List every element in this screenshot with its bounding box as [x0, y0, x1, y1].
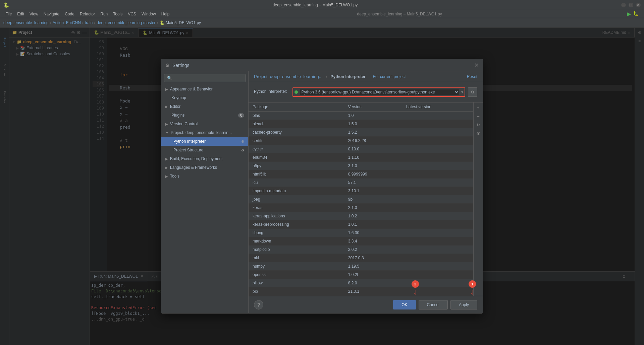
breadcrumb-root[interactable]: deep_ensemble_learning — [3, 20, 49, 25]
title-bar: 🐍 deep_ensemble_learning – Main5_DELWO1.… — [0, 0, 644, 10]
cancel-btn[interactable]: Cancel — [419, 300, 448, 309]
interpreter-gear-btn[interactable]: ⚙ — [468, 87, 477, 97]
nav-project-struct-label: Project Structure — [173, 148, 203, 152]
nav-appearance[interactable]: ▶ Appearance & Behavior — [161, 85, 248, 93]
reset-btn[interactable]: Reset — [467, 74, 477, 79]
table-row[interactable]: cycler0.10.0 — [249, 145, 473, 153]
table-row[interactable]: keras-preprocessing1.0.1 — [249, 220, 473, 229]
breadcrumb-master[interactable]: deep_ensemble_learning-master — [97, 20, 155, 25]
debug-btn[interactable]: 🐛 — [633, 11, 639, 17]
settings-search-input[interactable] — [164, 74, 246, 82]
cell-version: 1.0.1 — [344, 220, 402, 229]
ok-btn[interactable]: OK — [393, 300, 416, 309]
cell-latest — [402, 137, 473, 145]
settings-project-link[interactable]: Project: deep_ensemble_learning... — [254, 74, 323, 79]
window-title: deep_ensemble_learning – Main5_DELWO1.py — [9, 3, 621, 7]
menu-view[interactable]: View — [27, 11, 41, 17]
breadcrumb-train[interactable]: train — [85, 20, 93, 25]
cell-latest — [402, 112, 473, 120]
menu-tools[interactable]: Tools — [110, 11, 125, 17]
cell-package: matplotlib — [249, 246, 344, 254]
table-row[interactable]: importlib-metadata3.10.1 — [249, 187, 473, 195]
nav-project[interactable]: ▼ Project: deep_ensemble_learnin... — [161, 128, 248, 137]
nav-languages[interactable]: ▶ Languages & Frameworks — [161, 163, 248, 172]
cell-latest — [402, 271, 473, 279]
menu-help[interactable]: Help — [159, 11, 172, 17]
nav-vcs[interactable]: ▶ Version Control — [161, 120, 248, 128]
nav-search-wrap — [161, 71, 248, 85]
table-row[interactable]: mkl2017.0.3 — [249, 254, 473, 262]
nav-vcs-label: Version Control — [170, 122, 198, 126]
table-row[interactable]: icu57.1 — [249, 179, 473, 187]
package-table: Package Version Latest version blas1.0bl… — [249, 102, 473, 296]
cell-latest — [402, 120, 473, 128]
cell-package: jpeg — [249, 195, 344, 204]
interpreter-status-dot — [294, 90, 298, 94]
remove-package-btn[interactable]: − — [475, 113, 482, 120]
interpreter-dropdown[interactable]: Python 3.6 (tensorflow-gpu) D:\anaconda3… — [300, 89, 459, 95]
menu-code[interactable]: Code — [62, 11, 77, 17]
table-row[interactable]: markdown3.3.4 — [249, 237, 473, 246]
table-row[interactable]: bleach1.5.0 — [249, 120, 473, 128]
menu-edit[interactable]: Edit — [14, 11, 27, 17]
settings-path-sep: › — [326, 74, 327, 79]
dialog-close-btn[interactable]: ✕ — [474, 62, 479, 68]
table-row[interactable]: openssl1.0.2l — [249, 271, 473, 279]
package-table-wrap[interactable]: Package Version Latest version blas1.0bl… — [249, 102, 473, 296]
cell-package: enum34 — [249, 153, 344, 162]
cell-package: libpng — [249, 229, 344, 237]
apply-btn[interactable]: Apply — [450, 300, 477, 309]
table-row[interactable]: pip21.0.1 — [249, 287, 473, 296]
cell-version: 0.10.0 — [344, 145, 402, 153]
table-row[interactable]: libpng1.6.30 — [249, 229, 473, 237]
nav-arrow-vcs: ▶ — [165, 122, 168, 126]
minimize-btn[interactable]: — — [621, 3, 626, 7]
menu-run[interactable]: Run — [98, 11, 110, 17]
nav-tools[interactable]: ▶ Tools — [161, 172, 248, 181]
table-row[interactable]: keras2.1.0 — [249, 204, 473, 212]
run-btn[interactable]: ▶ — [627, 11, 631, 17]
table-row[interactable]: html5lib0.9999999 — [249, 170, 473, 179]
nav-project-struct-settings[interactable]: ⚙ — [241, 148, 244, 152]
nav-plugins[interactable]: Plugins 0 — [161, 111, 248, 120]
cell-version: 3.1.0 — [344, 162, 402, 170]
breadcrumb-action[interactable]: Action_ForCNN — [53, 20, 81, 25]
col-latest: Latest version — [402, 102, 473, 112]
table-row[interactable]: jpeg9b — [249, 195, 473, 204]
menu-vcs[interactable]: VCS — [125, 11, 139, 17]
nav-build[interactable]: ▶ Build, Execution, Deployment — [161, 154, 248, 163]
nav-python-interpreter[interactable]: Python Interpreter ⚙ — [161, 137, 248, 146]
nav-project-structure[interactable]: Project Structure ⚙ — [161, 146, 248, 154]
maximize-btn[interactable]: ❐ — [629, 3, 633, 7]
add-package-btn[interactable]: + — [475, 104, 482, 111]
nav-keymap[interactable]: Keymap — [161, 93, 248, 102]
nav-editor[interactable]: ▶ Editor — [161, 102, 248, 111]
eye-btn[interactable]: 👁 — [475, 130, 482, 137]
table-row[interactable]: h5py3.1.0 — [249, 162, 473, 170]
menu-navigate[interactable]: Navigate — [41, 11, 62, 17]
settings-content: Project: deep_ensemble_learning... › Pyt… — [249, 71, 483, 313]
for-current-project-link[interactable]: For current project — [373, 74, 406, 79]
menu-refactor[interactable]: Refactor — [77, 11, 98, 17]
table-row[interactable]: numpy1.19.5 — [249, 262, 473, 271]
table-row[interactable]: cached-property1.5.2 — [249, 128, 473, 137]
help-btn[interactable]: ? — [254, 300, 263, 309]
breadcrumb: deep_ensemble_learning › Action_ForCNN ›… — [0, 18, 644, 27]
menu-window[interactable]: Window — [139, 11, 159, 17]
table-row[interactable]: certifi2016.2.28 — [249, 137, 473, 145]
nav-plugins-label: Plugins — [171, 113, 184, 118]
nav-build-label: Build, Execution, Deployment — [170, 156, 223, 161]
callout-arrow-1: ↓ — [470, 288, 474, 296]
nav-python-interp-settings[interactable]: ⚙ — [241, 140, 244, 143]
table-row[interactable]: pillow8.2.0 — [249, 279, 473, 287]
table-row[interactable]: enum341.1.10 — [249, 153, 473, 162]
table-row[interactable]: blas1.0 — [249, 112, 473, 120]
close-btn[interactable]: ✕ — [636, 3, 641, 7]
menu-file[interactable]: File — [3, 11, 14, 17]
interpreter-section: Python Interpreter: Python 3.6 (tensorfl… — [249, 82, 483, 102]
table-row[interactable]: keras-applications1.0.2 — [249, 212, 473, 220]
refresh-packages-btn[interactable]: ↻ — [475, 121, 482, 129]
cell-latest — [402, 254, 473, 262]
table-row[interactable]: matplotlib2.0.2 — [249, 246, 473, 254]
main-layout: Project Structure Favorites 📁 Project ⊕ … — [0, 27, 644, 345]
